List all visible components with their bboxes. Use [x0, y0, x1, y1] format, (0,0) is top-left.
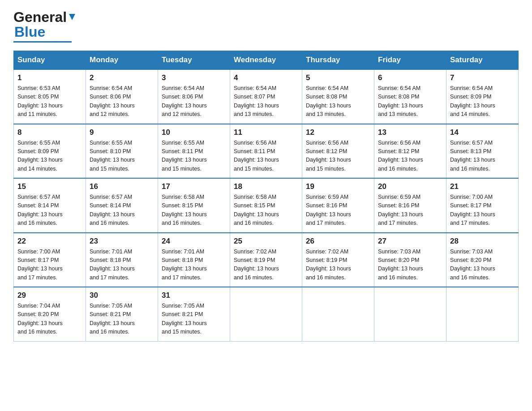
- day-number: 31: [162, 291, 226, 300]
- day-cell: 10Sunrise: 6:55 AMSunset: 8:11 PMDayligh…: [158, 124, 230, 179]
- day-info: Sunrise: 6:59 AMSunset: 8:16 PMDaylight:…: [306, 193, 370, 228]
- day-info: Sunrise: 7:01 AMSunset: 8:18 PMDaylight:…: [90, 248, 154, 283]
- day-cell: 19Sunrise: 6:59 AMSunset: 8:16 PMDayligh…: [302, 178, 374, 233]
- col-header-sunday: Sunday: [14, 51, 86, 70]
- day-number: 2: [90, 73, 154, 82]
- day-info: Sunrise: 6:54 AMSunset: 8:08 PMDaylight:…: [306, 84, 370, 119]
- day-cell: 1Sunrise: 6:53 AMSunset: 8:05 PMDaylight…: [14, 69, 86, 124]
- logo-underline: [13, 41, 72, 43]
- day-number: 8: [17, 128, 82, 137]
- day-cell: 20Sunrise: 6:59 AMSunset: 8:16 PMDayligh…: [374, 178, 446, 233]
- day-number: 24: [162, 237, 226, 246]
- day-cell: 24Sunrise: 7:01 AMSunset: 8:18 PMDayligh…: [158, 233, 230, 287]
- day-number: 30: [90, 291, 154, 300]
- col-header-wednesday: Wednesday: [230, 51, 302, 70]
- day-number: 21: [450, 182, 515, 191]
- day-number: 3: [162, 73, 226, 82]
- day-info: Sunrise: 7:03 AMSunset: 8:20 PMDaylight:…: [378, 248, 442, 283]
- week-row-4: 22Sunrise: 7:00 AMSunset: 8:17 PMDayligh…: [14, 233, 519, 287]
- day-number: 22: [17, 237, 82, 246]
- day-number: 14: [450, 128, 515, 137]
- calendar-header-row: SundayMondayTuesdayWednesdayThursdayFrid…: [14, 51, 519, 70]
- page-header: General Blue: [13, 9, 519, 43]
- day-cell: 23Sunrise: 7:01 AMSunset: 8:18 PMDayligh…: [86, 233, 158, 287]
- day-number: 25: [234, 237, 298, 246]
- day-number: 9: [90, 128, 154, 137]
- day-number: 7: [450, 73, 515, 82]
- day-info: Sunrise: 7:03 AMSunset: 8:20 PMDaylight:…: [450, 248, 515, 283]
- day-cell: [302, 287, 374, 341]
- day-info: Sunrise: 6:56 AMSunset: 8:12 PMDaylight:…: [378, 139, 442, 174]
- day-number: 17: [162, 182, 226, 191]
- day-cell: [230, 287, 302, 341]
- calendar-table: SundayMondayTuesdayWednesdayThursdayFrid…: [13, 51, 519, 342]
- day-info: Sunrise: 7:00 AMSunset: 8:17 PMDaylight:…: [450, 193, 515, 228]
- day-cell: 26Sunrise: 7:02 AMSunset: 8:19 PMDayligh…: [302, 233, 374, 287]
- day-number: 20: [378, 182, 442, 191]
- day-number: 28: [450, 237, 515, 246]
- day-number: 29: [17, 291, 82, 300]
- day-number: 1: [17, 73, 82, 82]
- day-number: 6: [378, 73, 442, 82]
- day-number: 26: [306, 237, 370, 246]
- day-cell: 17Sunrise: 6:58 AMSunset: 8:15 PMDayligh…: [158, 178, 230, 233]
- week-row-3: 15Sunrise: 6:57 AMSunset: 8:14 PMDayligh…: [14, 178, 519, 233]
- day-number: 13: [378, 128, 442, 137]
- day-number: 12: [306, 128, 370, 137]
- day-info: Sunrise: 6:58 AMSunset: 8:15 PMDaylight:…: [234, 193, 298, 228]
- col-header-monday: Monday: [86, 51, 158, 70]
- day-info: Sunrise: 6:54 AMSunset: 8:06 PMDaylight:…: [162, 84, 226, 119]
- day-number: 5: [306, 73, 370, 82]
- day-number: 4: [234, 73, 298, 82]
- logo: General Blue: [13, 9, 76, 43]
- day-number: 16: [90, 182, 154, 191]
- day-cell: 6Sunrise: 6:54 AMSunset: 8:08 PMDaylight…: [374, 69, 446, 124]
- day-number: 15: [17, 182, 82, 191]
- day-cell: 8Sunrise: 6:55 AMSunset: 8:09 PMDaylight…: [14, 124, 86, 179]
- day-cell: 9Sunrise: 6:55 AMSunset: 8:10 PMDaylight…: [86, 124, 158, 179]
- day-info: Sunrise: 6:56 AMSunset: 8:12 PMDaylight:…: [306, 139, 370, 174]
- logo-triangle-icon: [68, 13, 76, 23]
- day-cell: 12Sunrise: 6:56 AMSunset: 8:12 PMDayligh…: [302, 124, 374, 179]
- logo-blue-text: Blue: [13, 24, 45, 40]
- week-row-5: 29Sunrise: 7:04 AMSunset: 8:20 PMDayligh…: [14, 287, 519, 341]
- day-info: Sunrise: 7:00 AMSunset: 8:17 PMDaylight:…: [17, 248, 82, 283]
- day-cell: 28Sunrise: 7:03 AMSunset: 8:20 PMDayligh…: [446, 233, 519, 287]
- day-info: Sunrise: 6:55 AMSunset: 8:10 PMDaylight:…: [90, 139, 154, 174]
- day-info: Sunrise: 6:57 AMSunset: 8:13 PMDaylight:…: [450, 139, 515, 174]
- day-info: Sunrise: 7:05 AMSunset: 8:21 PMDaylight:…: [90, 302, 154, 337]
- day-info: Sunrise: 7:04 AMSunset: 8:20 PMDaylight:…: [17, 302, 82, 337]
- day-cell: 21Sunrise: 7:00 AMSunset: 8:17 PMDayligh…: [446, 178, 519, 233]
- day-number: 23: [90, 237, 154, 246]
- day-info: Sunrise: 6:58 AMSunset: 8:15 PMDaylight:…: [162, 193, 226, 228]
- day-number: 18: [234, 182, 298, 191]
- day-info: Sunrise: 6:55 AMSunset: 8:11 PMDaylight:…: [162, 139, 226, 174]
- week-row-1: 1Sunrise: 6:53 AMSunset: 8:05 PMDaylight…: [14, 69, 519, 124]
- svg-marker-0: [69, 14, 75, 20]
- day-cell: 13Sunrise: 6:56 AMSunset: 8:12 PMDayligh…: [374, 124, 446, 179]
- col-header-tuesday: Tuesday: [158, 51, 230, 70]
- day-cell: 18Sunrise: 6:58 AMSunset: 8:15 PMDayligh…: [230, 178, 302, 233]
- day-cell: 14Sunrise: 6:57 AMSunset: 8:13 PMDayligh…: [446, 124, 519, 179]
- day-info: Sunrise: 6:53 AMSunset: 8:05 PMDaylight:…: [17, 84, 82, 119]
- day-info: Sunrise: 6:54 AMSunset: 8:09 PMDaylight:…: [450, 84, 515, 119]
- week-row-2: 8Sunrise: 6:55 AMSunset: 8:09 PMDaylight…: [14, 124, 519, 179]
- day-cell: 22Sunrise: 7:00 AMSunset: 8:17 PMDayligh…: [14, 233, 86, 287]
- col-header-saturday: Saturday: [446, 51, 519, 70]
- day-cell: [374, 287, 446, 341]
- day-cell: 31Sunrise: 7:05 AMSunset: 8:21 PMDayligh…: [158, 287, 230, 341]
- day-info: Sunrise: 6:55 AMSunset: 8:09 PMDaylight:…: [17, 139, 82, 174]
- day-cell: [446, 287, 519, 341]
- day-cell: 27Sunrise: 7:03 AMSunset: 8:20 PMDayligh…: [374, 233, 446, 287]
- day-cell: 11Sunrise: 6:56 AMSunset: 8:11 PMDayligh…: [230, 124, 302, 179]
- logo-general-text: General: [13, 9, 67, 26]
- day-info: Sunrise: 7:05 AMSunset: 8:21 PMDaylight:…: [162, 302, 226, 337]
- day-info: Sunrise: 6:54 AMSunset: 8:06 PMDaylight:…: [90, 84, 154, 119]
- day-cell: 29Sunrise: 7:04 AMSunset: 8:20 PMDayligh…: [14, 287, 86, 341]
- day-info: Sunrise: 7:02 AMSunset: 8:19 PMDaylight:…: [306, 248, 370, 283]
- day-cell: 3Sunrise: 6:54 AMSunset: 8:06 PMDaylight…: [158, 69, 230, 124]
- col-header-thursday: Thursday: [302, 51, 374, 70]
- day-info: Sunrise: 6:57 AMSunset: 8:14 PMDaylight:…: [90, 193, 154, 228]
- day-number: 11: [234, 128, 298, 137]
- day-number: 27: [378, 237, 442, 246]
